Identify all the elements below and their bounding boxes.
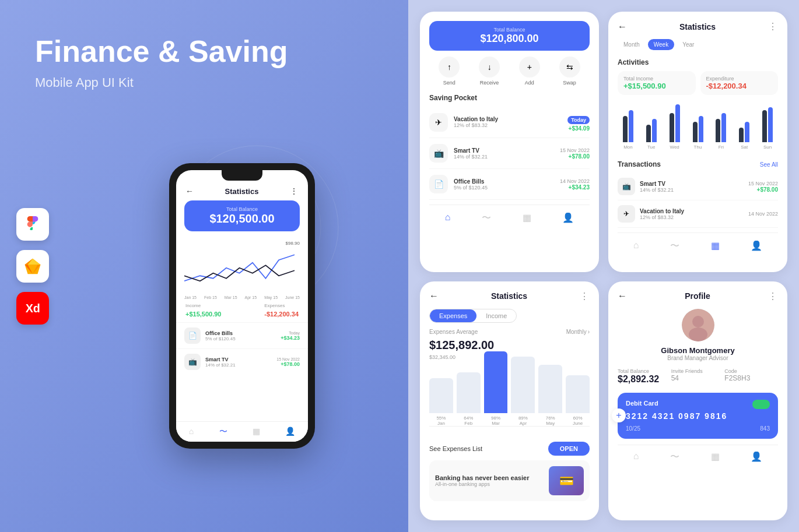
action-send[interactable]: ↑ Send — [439, 57, 460, 86]
bnav-profile[interactable]: 👤 — [562, 212, 574, 224]
bar-mon: Mon — [618, 96, 639, 150]
saving-date-2: 15 Nov 2022 — [560, 147, 590, 153]
nav-home[interactable]: ⌂ — [189, 427, 194, 437]
saving-balance-amount: $120,800.00 — [437, 33, 581, 45]
pbnav-chart[interactable]: ▦ — [711, 451, 720, 463]
tx-icon-2: 📺 — [184, 354, 201, 370]
saving-right-1: Today +$34.09 — [567, 112, 590, 132]
saving-item-3[interactable]: 📄 Office Bills 5% of $120.45 14 Nov 2022… — [429, 169, 590, 200]
total-income-card: Total Income +$15,500.90 — [618, 71, 696, 95]
saving-icon-3: 📄 — [429, 175, 448, 193]
exp-tab-income[interactable]: Income — [476, 309, 516, 322]
pbnav-activity[interactable]: 〜 — [670, 451, 679, 463]
bnav-chart[interactable]: ▦ — [523, 212, 531, 224]
phone-dots-menu[interactable]: ⋮ — [290, 186, 299, 196]
xd-icon[interactable]: Xd — [16, 292, 49, 325]
action-row: ↑ Send ↓ Receive + Add ⇆ Swap — [429, 57, 590, 86]
exp-tab-expenses[interactable]: Expenses — [430, 309, 476, 322]
sbnav-activity[interactable]: 〜 — [670, 240, 679, 252]
add-card-btn[interactable]: + — [612, 408, 626, 422]
figma-icon[interactable] — [16, 208, 49, 241]
see-expenses-row: See Expenses List OPEN — [429, 442, 590, 456]
stat-tab-week[interactable]: Week — [648, 39, 674, 50]
tx-row-date-2: 14 Nov 2022 — [748, 211, 778, 217]
phone-back-arrow[interactable]: ← — [185, 186, 194, 196]
stat-back[interactable]: ← — [618, 22, 627, 32]
debit-toggle[interactable] — [752, 400, 770, 409]
hero-title: Finance & Saving — [35, 35, 288, 68]
vbar-feb: 64% Feb — [457, 372, 481, 426]
nav-activity[interactable]: 〜 — [219, 427, 227, 437]
stat-dots[interactable]: ⋮ — [768, 21, 778, 32]
profile-back[interactable]: ← — [618, 291, 627, 301]
transactions-title: Transactions — [618, 160, 661, 168]
vbar-jan-month: Jan — [437, 421, 445, 426]
sbnav-profile[interactable]: 👤 — [751, 240, 762, 252]
see-all-link[interactable]: See All — [760, 161, 778, 168]
nav-chart[interactable]: ▦ — [253, 427, 260, 437]
tx-pct-2: 14% of $32.21 — [205, 362, 276, 368]
sbnav-chart[interactable]: ▦ — [711, 240, 720, 252]
phone-chart: $98.90 — [176, 237, 308, 295]
tx-row-info-2: Vacation to Italy 12% of $83.32 — [640, 208, 748, 220]
nav-profile[interactable]: 👤 — [285, 427, 295, 437]
vbars-container: 55% Jan 64% Feb 98% Mar 89% Apr — [429, 362, 590, 427]
pbnav-profile[interactable]: 👤 — [751, 451, 762, 463]
action-receive[interactable]: ↓ Receive — [479, 57, 500, 86]
saving-pct-1: 12% of $83.32 — [454, 122, 567, 128]
promo-card: Banking has never been easier All-in-one… — [429, 460, 590, 501]
pstat-balance-label: Total Balance — [618, 368, 671, 374]
bar-fri-blue — [721, 113, 726, 142]
tx-row-icon-1: 📺 — [618, 178, 635, 195]
vbar-may-month: May — [546, 421, 555, 426]
phone-mockup: ← Statistics ⋮ Total Balance $120,500.00… — [169, 163, 315, 449]
vbar-jun: 60% June — [566, 375, 590, 426]
saving-info-2: Smart TV 14% of $32.21 — [454, 147, 560, 160]
exp-back[interactable]: ← — [429, 291, 439, 301]
sketch-icon[interactable] — [16, 250, 49, 283]
bar-day-thu: Thu — [694, 145, 702, 150]
open-button[interactable]: OPEN — [548, 442, 590, 456]
tx-row-name-2: Vacation to Italy — [640, 208, 748, 214]
bar-thu-blue — [699, 116, 703, 142]
pbnav-home[interactable]: ⌂ — [633, 451, 639, 463]
stat-tab-month[interactable]: Month — [618, 39, 646, 50]
svg-point-14 — [689, 327, 707, 341]
bnav-activity[interactable]: 〜 — [482, 212, 491, 224]
sbnav-home[interactable]: ⌂ — [633, 240, 639, 252]
exp-avg-label: Expenses Average — [429, 329, 478, 335]
vbar-jun-pct: 60% — [573, 415, 583, 421]
tx-row-1[interactable]: 📺 Smart TV 14% of $32.21 15 Nov 2022 +$7… — [618, 173, 778, 200]
action-add[interactable]: + Add — [519, 57, 540, 86]
stat-header-row: ← Statistics ⋮ — [618, 21, 778, 32]
tx-item-2[interactable]: 📺 Smart TV 14% of $32.21 15 Nov 2022 +$7… — [176, 348, 308, 375]
exp-amount: $125,892.00 — [429, 339, 590, 352]
exp-period[interactable]: Monthly › — [566, 329, 590, 335]
exp-top-label: $32,345.00 — [429, 354, 590, 360]
exp-period-text: Monthly — [566, 329, 587, 335]
tx-right-2: 15 Nov 2022 +$78.00 — [276, 357, 300, 367]
right-section: Total Balance $120,800.00 ↑ Send ↓ Recei… — [408, 0, 799, 532]
chart-peak-label: $98.90 — [184, 241, 300, 246]
saving-item-1[interactable]: ✈ Vacation to Italy 12% of $83.32 Today … — [429, 107, 590, 138]
tx-item-1[interactable]: 📄 Office Bills 5% of $120.45 Today +$34.… — [176, 322, 308, 348]
exp-dots[interactable]: ⋮ — [580, 291, 590, 302]
phone-balance-amount: $120,500.00 — [192, 212, 292, 226]
bar-fri: Fri — [710, 96, 731, 150]
bar-sun: Sun — [757, 96, 778, 150]
tx-row-2[interactable]: ✈ Vacation to Italy 12% of $83.32 14 Nov… — [618, 200, 778, 228]
bnav-home[interactable]: ⌂ — [445, 212, 451, 224]
saving-item-2[interactable]: 📺 Smart TV 14% of $32.21 15 Nov 2022 +$7… — [429, 138, 590, 169]
action-swap[interactable]: ⇆ Swap — [559, 57, 580, 86]
phone-bottom-nav: ⌂ 〜 ▦ 👤 — [176, 421, 308, 442]
phone-balance-label: Total Balance — [192, 206, 292, 212]
profile-dots[interactable]: ⋮ — [768, 291, 778, 302]
tx-row-name-1: Smart TV — [640, 181, 748, 187]
vbar-jan-bar — [429, 378, 453, 413]
bar-sat: Sat — [734, 96, 755, 150]
pstat-code-val: F2S8H3 — [724, 374, 778, 382]
saving-amount-1: +$34.09 — [567, 125, 590, 132]
vbar-may-pct: 76% — [546, 415, 555, 421]
stat-tab-year[interactable]: Year — [677, 39, 700, 50]
card-expenses-stats: ← Statistics ⋮ Expenses Income Expenses … — [420, 281, 599, 521]
